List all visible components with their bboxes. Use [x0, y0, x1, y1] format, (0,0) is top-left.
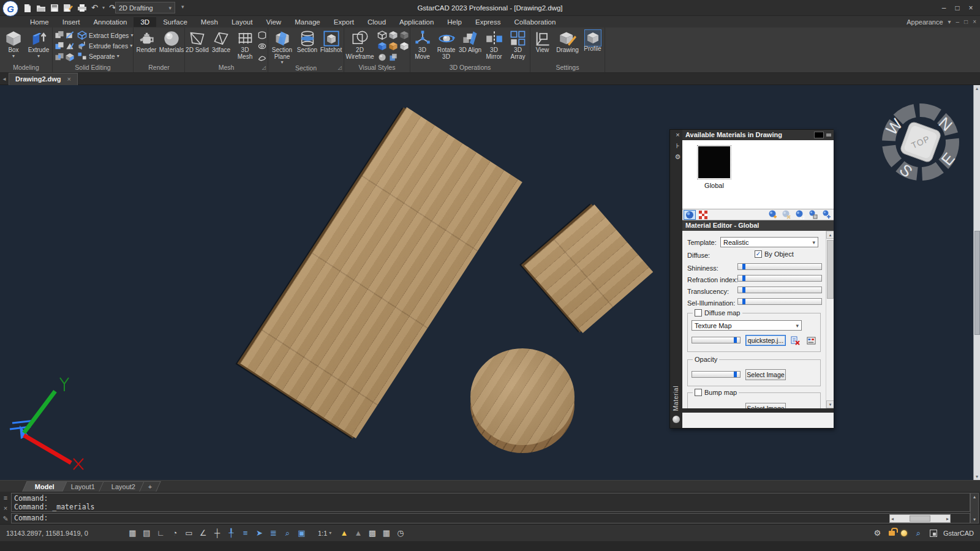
- polar-tracking-icon[interactable]: ◔: [170, 528, 180, 538]
- command-grip-icon[interactable]: ≡: [4, 494, 7, 501]
- palette-close-icon[interactable]: ×: [673, 131, 683, 138]
- section-plane-button[interactable]: Section Plane ▾: [269, 29, 296, 64]
- 2d-wireframe-button[interactable]: 2D Wireframe: [344, 29, 375, 60]
- update-material-button[interactable]: [793, 210, 805, 220]
- tab-export[interactable]: Export: [327, 17, 361, 27]
- tab-surface[interactable]: Surface: [156, 17, 194, 27]
- extrude-faces-button[interactable]: Extrude faces ▾: [77, 41, 133, 50]
- gstarcad-logo[interactable]: G: [2, 1, 18, 17]
- refraction-slider[interactable]: [737, 275, 822, 282]
- diffuse-map-checkbox[interactable]: Diffuse map: [693, 309, 742, 317]
- shininess-slider[interactable]: [737, 263, 822, 270]
- delete-image-button[interactable]: [790, 335, 801, 346]
- print-icon[interactable]: [77, 4, 87, 12]
- settings-gear-icon[interactable]: ⚙: [872, 528, 883, 538]
- adjust-image-button[interactable]: [805, 335, 816, 346]
- quick-properties-icon[interactable]: ▦: [381, 528, 391, 538]
- slider-thumb[interactable]: [734, 372, 737, 377]
- 3d-move-button[interactable]: 3D Move: [411, 29, 434, 60]
- revolved-mesh-icon[interactable]: [257, 31, 267, 40]
- flatshot-button[interactable]: Flatshot: [319, 29, 344, 54]
- hardware-acceleration-bulb-icon[interactable]: [901, 530, 907, 536]
- tab-annotation[interactable]: Annotation: [86, 17, 134, 27]
- slider-thumb[interactable]: [734, 337, 737, 343]
- view-button[interactable]: View: [531, 29, 554, 54]
- 3d-mesh-button[interactable]: 3D Mesh: [233, 29, 257, 60]
- bump-map-checkbox[interactable]: Bump map: [693, 389, 739, 396]
- command-history[interactable]: Command: Command: _materials: [11, 493, 970, 512]
- new-file-icon[interactable]: [23, 4, 32, 13]
- template-select[interactable]: Realistic ▾: [720, 237, 818, 247]
- object-snap-icon[interactable]: ┼: [212, 528, 222, 538]
- annotation-auto-scale-icon[interactable]: ▲: [353, 528, 363, 538]
- shades-gray-style-icon[interactable]: [399, 31, 409, 40]
- materials-button[interactable]: Materials: [159, 29, 184, 54]
- dialog-launcher-icon[interactable]: ◿: [262, 64, 266, 72]
- separate-button[interactable]: Separate ▾: [77, 51, 133, 61]
- scroll-down-icon[interactable]: ▾: [973, 517, 976, 522]
- purge-material-button[interactable]: [780, 210, 792, 220]
- scroll-down-icon[interactable]: ▾: [976, 474, 978, 479]
- translucency-slider[interactable]: [737, 287, 822, 293]
- sphere-preview-button[interactable]: [684, 210, 696, 220]
- tab-mesh[interactable]: Mesh: [194, 17, 225, 27]
- snap-icon[interactable]: ▦: [127, 528, 138, 538]
- scroll-right-icon[interactable]: ▸: [946, 516, 949, 522]
- tab-model[interactable]: Model: [22, 481, 67, 492]
- tab-cloud[interactable]: Cloud: [361, 17, 393, 27]
- tab-manage[interactable]: Manage: [288, 17, 327, 27]
- close-button-icon[interactable]: ×: [964, 4, 978, 12]
- ribbon-close-icon[interactable]: ×: [973, 18, 976, 25]
- wood-board-small[interactable]: [524, 204, 654, 333]
- by-object-checkbox[interactable]: ✓ By Object: [755, 250, 794, 258]
- open-file-icon[interactable]: [36, 4, 46, 12]
- tab-express[interactable]: Express: [469, 17, 508, 27]
- tab-collaboration[interactable]: Collaboration: [508, 17, 563, 27]
- zoom-icon[interactable]: ⌕: [282, 528, 293, 538]
- editor-scrollbar[interactable]: ▴ ▾: [826, 231, 834, 408]
- command-input[interactable]: Command:: [11, 513, 970, 523]
- subtract-icon[interactable]: [55, 42, 64, 51]
- drawing-button[interactable]: Drawing: [555, 29, 581, 54]
- auto-hide-pin-icon[interactable]: ⊦: [673, 142, 683, 150]
- document-tab-drawing2[interactable]: Drawing2.dwg ×: [9, 73, 78, 85]
- slider-thumb[interactable]: [742, 287, 745, 293]
- tab-insert[interactable]: Insert: [56, 17, 87, 27]
- restore-button-icon[interactable]: □: [951, 4, 964, 12]
- create-material-button[interactable]: [766, 210, 778, 220]
- ui-lock-icon[interactable]: [889, 531, 895, 536]
- attach-material-button[interactable]: [820, 210, 832, 220]
- slice-icon[interactable]: [65, 31, 75, 40]
- annotation-scale[interactable]: 1:1 ▾: [318, 530, 331, 537]
- ribbon-minimize-icon[interactable]: –: [956, 18, 960, 25]
- map-type-select[interactable]: Texture Map ▾: [692, 320, 802, 331]
- scroll-down-icon[interactable]: ▾: [826, 400, 834, 408]
- material-thumbnail-global[interactable]: [698, 146, 730, 178]
- extract-edges-button[interactable]: Extract Edges ▾: [77, 31, 133, 40]
- selection-cycling-icon[interactable]: ➤: [254, 528, 265, 538]
- wood-cylinder[interactable]: [470, 348, 575, 445]
- isolate-objects-icon[interactable]: ▩: [367, 528, 377, 538]
- torus-mesh-icon[interactable]: [257, 42, 267, 51]
- tab-3d[interactable]: 3D: [134, 17, 156, 27]
- angle-icon[interactable]: ∠: [198, 528, 208, 538]
- checker-background-button[interactable]: [697, 210, 709, 220]
- save-icon[interactable]: [50, 4, 59, 12]
- add-layout-tab[interactable]: +: [139, 481, 161, 492]
- section-button[interactable]: Section: [296, 29, 318, 54]
- extrude-button[interactable]: Extrude ▾: [26, 29, 51, 58]
- scroll-up-icon[interactable]: ▴: [826, 231, 834, 239]
- shaded-style-icon[interactable]: [399, 42, 409, 51]
- render-button[interactable]: Render: [134, 29, 159, 54]
- palette-properties-gear-icon[interactable]: ⚙: [673, 153, 683, 161]
- workspace-selector[interactable]: 2D Drafting ▾: [115, 2, 175, 13]
- material-list[interactable]: Global: [682, 140, 834, 209]
- command-close-icon[interactable]: ×: [4, 504, 7, 512]
- slider-thumb[interactable]: [742, 276, 745, 281]
- 2d-solid-button[interactable]: 2D Solid: [186, 29, 209, 54]
- 3d-mirror-button[interactable]: 3D Mirror: [483, 29, 506, 60]
- ortho-icon[interactable]: ∟: [156, 528, 166, 538]
- scrollbar-thumb[interactable]: [974, 231, 980, 335]
- union-icon[interactable]: [55, 31, 64, 40]
- slider-thumb[interactable]: [742, 299, 745, 304]
